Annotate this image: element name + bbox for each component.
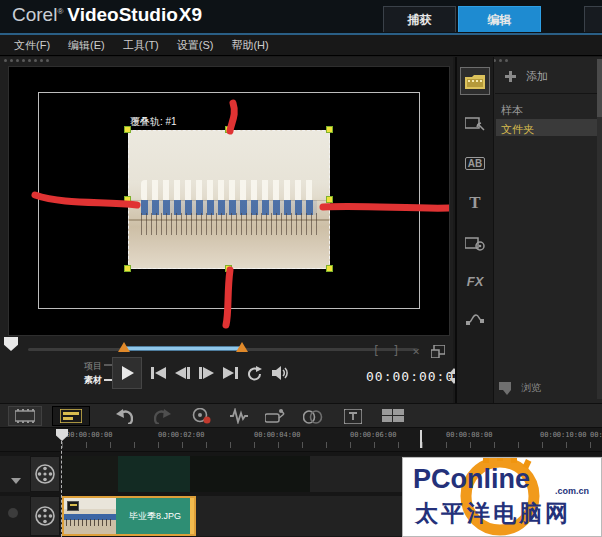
split-clip-button[interactable]: ✕: [406, 341, 426, 361]
storyboard-view-button[interactable]: [8, 406, 42, 426]
plus-icon: [505, 71, 516, 82]
scrub-start-marker[interactable]: [4, 337, 18, 351]
undo-button[interactable]: [112, 406, 136, 426]
handle-mid-right[interactable]: [326, 196, 333, 203]
overlay-clip-selected[interactable]: 毕业季8.JPG: [62, 496, 196, 536]
library-folder-item[interactable]: 文件夹: [496, 119, 600, 136]
film-reel-icon: [35, 506, 55, 526]
filter-fx-icon: FX: [467, 274, 484, 289]
handle-bottom-left[interactable]: [124, 265, 131, 272]
video-track-button[interactable]: [30, 456, 60, 492]
mark-out-button[interactable]: ]: [386, 341, 406, 361]
clip-trim-handle-right[interactable]: [190, 498, 194, 534]
play-button[interactable]: [112, 357, 142, 389]
library-title-button[interactable]: T: [460, 189, 490, 217]
track-transparency-icon: [303, 409, 323, 424]
library-scrollbar[interactable]: [597, 59, 602, 399]
logo-brand: Corel: [12, 4, 57, 25]
handle-top-center[interactable]: [225, 126, 232, 133]
ruler-tick-label: 00:00:06:00: [350, 431, 396, 439]
menu-tools[interactable]: 工具(T): [119, 38, 173, 53]
library-graphics-button[interactable]: [460, 229, 490, 257]
track-expand-caret[interactable]: [11, 478, 21, 484]
library-media-button[interactable]: [460, 67, 490, 95]
handle-bottom-center[interactable]: [225, 265, 232, 272]
video-clip-dimmed[interactable]: [62, 456, 310, 492]
library-motion-path-button[interactable]: [460, 305, 490, 333]
previous-frame-button[interactable]: [172, 363, 192, 383]
title-t-icon: T: [469, 193, 480, 213]
repeat-button[interactable]: [245, 363, 265, 383]
library-folder-label: 文件夹: [501, 123, 534, 135]
auto-music-button[interactable]: [262, 406, 288, 426]
menu-file[interactable]: 文件(F): [10, 38, 64, 53]
trim-handle-right[interactable]: [236, 342, 248, 352]
overlay-track-button[interactable]: [30, 496, 60, 536]
trim-handle-left[interactable]: [118, 342, 130, 352]
go-to-end-button[interactable]: [220, 363, 240, 383]
track-manager-button[interactable]: [378, 406, 408, 426]
clip-mode-label[interactable]: 素材: [84, 374, 102, 387]
previous-frame-icon: [175, 367, 190, 379]
tab-share[interactable]: 共享: [584, 6, 602, 32]
project-mode-label[interactable]: 项目: [84, 360, 102, 373]
watermark-chinese-name: 太平洋电脑网: [415, 498, 571, 529]
overlay-photo[interactable]: [128, 130, 330, 269]
preview-viewport[interactable]: 覆叠轨: #1: [8, 66, 450, 336]
handle-mid-left[interactable]: [124, 196, 131, 203]
volume-button[interactable]: [270, 363, 290, 383]
timeline-ruler[interactable]: 00:00:00:00 00:00:02:00 00:00:04:00 00:0…: [0, 428, 602, 452]
transition-ab-icon: AB: [465, 157, 485, 170]
menu-settings[interactable]: 设置(S): [173, 38, 228, 53]
timecode-display[interactable]: 00:00:00:00: [366, 366, 446, 388]
app-logo: Corel®VideoStudioX9: [12, 4, 202, 26]
ruler-tick-label: 00:00:08:00: [446, 431, 492, 439]
photo-dancers-legs: [141, 213, 317, 235]
menu-edit[interactable]: 编辑(E): [64, 38, 119, 53]
track-transparency-button[interactable]: [300, 406, 326, 426]
storyboard-view-icon: [15, 409, 35, 423]
track-manager-icon: [382, 409, 404, 423]
playhead-line: [61, 441, 63, 537]
handle-bottom-right[interactable]: [326, 265, 333, 272]
tab-capture[interactable]: 捕获: [383, 6, 456, 32]
video-clip-dim-overlay: [62, 456, 310, 492]
photo-dancers-tops: [141, 180, 317, 201]
library-instant-project-button[interactable]: [460, 109, 490, 137]
library-browse-label: 浏览: [521, 381, 541, 395]
subtitle-editor-button[interactable]: [340, 406, 366, 426]
library-transition-button[interactable]: AB: [460, 149, 490, 177]
timeline-view-icon: [60, 409, 82, 423]
go-to-start-button[interactable]: [148, 363, 168, 383]
sound-mixer-button[interactable]: [226, 406, 252, 426]
record-capture-button[interactable]: [188, 406, 214, 426]
panel-grip: [4, 59, 49, 62]
tab-edit[interactable]: 编辑: [458, 6, 541, 32]
auto-music-icon: [265, 408, 285, 424]
menu-bar: 文件(F) 编辑(E) 工具(T) 设置(S) 帮助(H): [0, 35, 602, 56]
next-frame-button[interactable]: [196, 363, 216, 383]
redo-button[interactable]: [150, 406, 174, 426]
library-scrollbar-thumb[interactable]: [597, 59, 602, 117]
enlarge-preview-button[interactable]: [428, 341, 448, 361]
library-browse-button[interactable]: 浏览: [499, 381, 541, 395]
library-filter-button[interactable]: FX: [460, 267, 490, 295]
ruler-tick-label: 00:00:04:00: [254, 431, 300, 439]
videostudio-window: Corel®VideoStudioX9 捕获 编辑 共享 文件(F) 编辑(E)…: [0, 0, 602, 537]
watermark-domain: .com.cn: [555, 486, 589, 496]
library-add-label: 添加: [526, 69, 548, 84]
library-sample-label[interactable]: 样本: [501, 103, 523, 118]
library-nav-strip: AB T FX: [457, 57, 494, 403]
trim-range-bar[interactable]: [124, 346, 242, 351]
mark-in-button[interactable]: [: [366, 341, 386, 361]
handle-top-right[interactable]: [326, 126, 333, 133]
timeline-view-button[interactable]: [52, 406, 90, 426]
library-add-button[interactable]: 添加: [505, 69, 548, 84]
logo-registered-mark: ®: [57, 7, 63, 16]
ruler-tick-label: 00:0: [590, 431, 602, 439]
menu-help[interactable]: 帮助(H): [227, 38, 282, 53]
overlay-track-indicator: [8, 508, 18, 518]
volume-icon: [272, 366, 289, 380]
undo-icon: [116, 409, 133, 424]
sound-mixer-icon: [229, 408, 249, 424]
